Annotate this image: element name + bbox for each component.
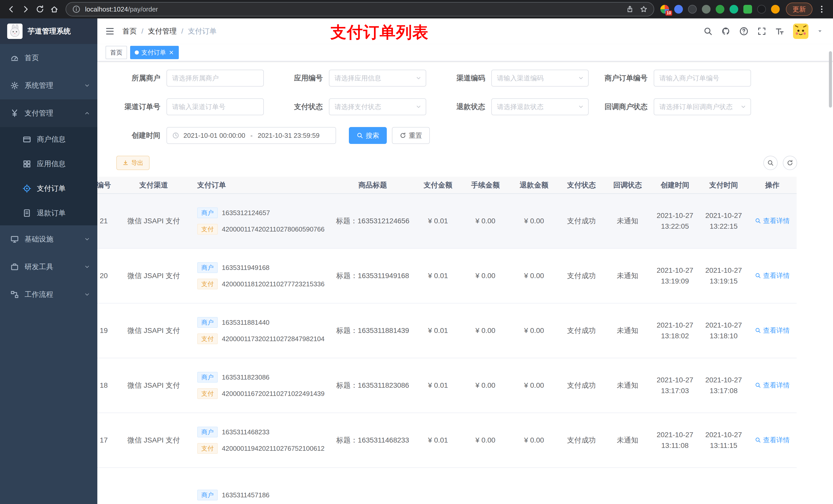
document-icon: [23, 209, 31, 217]
font-size-icon[interactable]: [775, 27, 784, 36]
browser-back-button[interactable]: [4, 2, 19, 16]
filter-label: 回调商户状态: [594, 102, 647, 112]
sidebar-item-7[interactable]: 基础设施: [0, 225, 97, 253]
filter-field: 退款状态请选择退款状态: [431, 98, 589, 115]
github-icon[interactable]: [721, 27, 731, 36]
table-row: 19微信 JSAPI 支付商户1635311881440支付4200001173…: [97, 303, 796, 358]
user-avatar[interactable]: [793, 24, 808, 39]
refund-amount-cell: ¥ 0.00: [510, 413, 558, 467]
address-bar[interactable]: localhost:1024/pay/order: [66, 2, 654, 16]
tab-1[interactable]: 支付订单: [130, 46, 179, 59]
chevron-down-icon: [578, 104, 584, 110]
filter-select-5[interactable]: 请选择支付状态: [329, 98, 426, 115]
sidebar-item-label: 研发工具: [25, 262, 53, 272]
help-icon[interactable]: [739, 27, 748, 36]
select-placeholder: 请选择退款状态: [497, 102, 544, 112]
channel-order-no: 4200001173202110272847982104: [222, 335, 325, 343]
extension-icon[interactable]: [674, 5, 683, 14]
filter-input-0[interactable]: [166, 70, 264, 87]
extension-icon[interactable]: [702, 5, 711, 14]
extension-icon[interactable]: [730, 5, 738, 14]
view-detail-link[interactable]: 查看详情: [755, 436, 790, 445]
sidebar-item-1[interactable]: 系统管理: [0, 72, 97, 99]
table-row: 18微信 JSAPI 支付商户1635311823086支付4200001167…: [97, 358, 796, 413]
table-row: 17微信 JSAPI 支付商户1635311468233支付4200001194…: [97, 413, 796, 467]
extension-icon[interactable]: [771, 5, 780, 14]
search-icon: [755, 218, 761, 224]
column-header: 支付渠道: [125, 177, 182, 194]
forward-icon: [21, 5, 30, 14]
filter-select-2[interactable]: 请输入渠道编码: [491, 70, 589, 87]
search-button[interactable]: 搜索: [349, 127, 387, 144]
url-text: localhost:1024/pay/order: [85, 5, 158, 13]
reset-button[interactable]: 重置: [392, 127, 430, 144]
sidebar-item-6[interactable]: 退款订单: [0, 201, 97, 225]
logo-avatar: [7, 24, 23, 39]
view-detail-link[interactable]: 查看详情: [755, 271, 790, 280]
extension-icon[interactable]: [757, 5, 766, 14]
filter-input-4[interactable]: [166, 98, 264, 115]
sidebar-toggle-button[interactable]: [105, 26, 115, 36]
merchant-tag: 商户: [197, 490, 218, 500]
extension-icon[interactable]: [716, 5, 724, 14]
date-range-picker[interactable]: 2021-10-01 00:00:00 - 2021-10-31 23:59:5…: [166, 127, 336, 144]
view-detail-link[interactable]: 查看详情: [755, 381, 790, 390]
date-end-value[interactable]: 2021-10-31 23:59:59: [258, 131, 319, 140]
reload-icon: [35, 5, 44, 14]
view-detail-link[interactable]: 查看详情: [755, 216, 790, 225]
home-icon: [50, 5, 59, 14]
scrollbar-thumb[interactable]: [829, 51, 832, 107]
browser-home-button[interactable]: [47, 2, 62, 16]
sidebar-item-8[interactable]: 研发工具: [0, 253, 97, 281]
top-navbar: 首页/支付管理/支付订单 支付订单列表: [97, 19, 833, 44]
extension-icon[interactable]: 10: [660, 5, 669, 14]
date-start-value[interactable]: 2021-10-01 00:00:00: [184, 131, 245, 140]
fee-amount-cell: ¥ 0.00: [461, 358, 510, 413]
breadcrumb-separator: /: [181, 27, 184, 35]
search-icon: [755, 272, 761, 279]
browser-update-button[interactable]: 更新: [786, 3, 812, 16]
browser-chrome: localhost:1024/pay/order 10 更新: [0, 0, 833, 19]
browser-menu-button[interactable]: [814, 2, 829, 16]
filter-row: 所属商户应用编号请选择应用信息渠道编码请输入渠道编码商户订单编号: [97, 70, 833, 87]
sidebar-item-3[interactable]: 商户信息: [0, 127, 97, 152]
site-info-icon[interactable]: [72, 5, 80, 13]
sidebar: 芋道管理系统 首页系统管理支付管理商户信息应用信息支付订单退款订单基础设施研发工…: [0, 19, 97, 504]
search-icon[interactable]: [704, 27, 713, 36]
app-logo[interactable]: 芋道管理系统: [0, 19, 97, 44]
sidebar-item-0[interactable]: 首页: [0, 44, 97, 72]
browser-forward-button[interactable]: [19, 2, 33, 16]
user-menu-caret-icon[interactable]: [817, 28, 823, 34]
pay-tag: 支付: [197, 279, 218, 289]
breadcrumb-item[interactable]: 首页: [122, 26, 137, 36]
breadcrumb-item[interactable]: 支付管理: [148, 26, 177, 36]
refresh-table-button[interactable]: [783, 156, 797, 170]
order-cell: 商户1635311949168支付42000011812021102777232…: [182, 248, 330, 303]
sidebar-item-5[interactable]: 支付订单: [0, 176, 97, 201]
toggle-search-button[interactable]: [763, 156, 778, 170]
sidebar-item-4[interactable]: 应用信息: [0, 152, 97, 176]
merchant-tag: 商户: [197, 372, 218, 383]
filter-field: 商户订单编号: [594, 70, 751, 87]
filter-input-3[interactable]: [654, 70, 751, 87]
filter-row-date: 创建时间 2021-10-01 00:00:00 - 2021-10-31 23…: [97, 127, 833, 144]
export-button[interactable]: 导出: [116, 156, 149, 170]
share-icon[interactable]: [626, 5, 634, 13]
chevron-down-icon: [415, 75, 422, 81]
tab-0[interactable]: 首页: [105, 46, 127, 59]
close-icon[interactable]: [169, 50, 174, 55]
fullscreen-icon[interactable]: [757, 27, 766, 36]
browser-reload-button[interactable]: [33, 2, 47, 16]
extension-icon[interactable]: [688, 5, 697, 14]
orders-table: 编号支付渠道支付订单商品标题支付金额手续金额退款金额支付状态回调状态创建时间支付…: [97, 177, 833, 504]
chevron-down-icon: [84, 82, 90, 89]
view-detail-link[interactable]: 查看详情: [755, 326, 790, 335]
sidebar-item-9[interactable]: 工作流程: [0, 281, 97, 308]
order-cell: 商户1635311457186: [182, 467, 330, 504]
filter-select-7[interactable]: 请选择订单回调商户状态: [654, 98, 751, 115]
extension-icon[interactable]: [743, 5, 752, 14]
bookmark-star-icon[interactable]: [640, 5, 647, 13]
sidebar-item-2[interactable]: 支付管理: [0, 99, 97, 127]
filter-select-1[interactable]: 请选择应用信息: [329, 70, 426, 87]
filter-select-6[interactable]: 请选择退款状态: [491, 98, 589, 115]
